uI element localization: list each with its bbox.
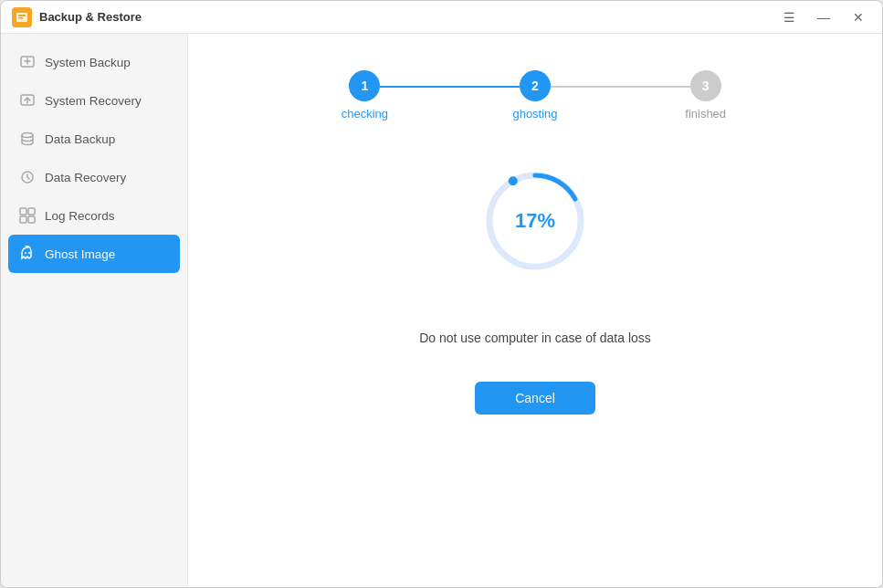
ghost-image-icon: [19, 246, 36, 262]
sidebar-item-system-backup[interactable]: System Backup: [1, 43, 187, 81]
log-records-icon: [19, 207, 36, 224]
sidebar-item-data-recovery[interactable]: Data Recovery: [1, 158, 187, 196]
svg-point-5: [22, 133, 33, 138]
svg-point-11: [25, 252, 26, 254]
sidebar-item-log-records[interactable]: Log Records: [1, 196, 187, 235]
step-label-ghosting: ghosting: [512, 107, 557, 121]
svg-rect-10: [28, 216, 35, 223]
app-title: Backup & Restore: [39, 10, 769, 24]
minimize-button[interactable]: —: [811, 5, 836, 30]
progress-ring: 17%: [480, 166, 590, 276]
progress-label: 17%: [515, 209, 555, 233]
data-recovery-icon: [19, 169, 36, 185]
close-button[interactable]: ✕: [846, 5, 871, 30]
app-icon: [12, 7, 32, 27]
step-ghosting: 2 ghosting: [450, 70, 621, 121]
step-label-finished: finished: [685, 107, 726, 121]
step-checking: 1 checking: [279, 70, 450, 121]
titlebar: Backup & Restore ☰ — ✕: [1, 1, 882, 34]
sidebar-item-ghost-image[interactable]: Ghost Image: [8, 235, 180, 273]
data-backup-icon: [19, 131, 36, 147]
app-window: Backup & Restore ☰ — ✕ System Backup: [0, 0, 883, 588]
line-1: [380, 86, 520, 88]
step-label-checking: checking: [342, 107, 388, 121]
svg-rect-7: [20, 208, 26, 215]
svg-rect-9: [20, 216, 26, 223]
content-area: 1 checking 2 ghosting: [188, 34, 882, 587]
progress-container: 17%: [480, 166, 590, 294]
sidebar: System Backup System Recovery Data Backu…: [1, 34, 188, 587]
svg-rect-2: [18, 17, 23, 19]
window-controls: ☰ — ✕: [776, 5, 871, 30]
step-circle-1: 1: [349, 70, 380, 101]
sidebar-item-system-recovery[interactable]: System Recovery: [1, 81, 187, 120]
progress-dot-svg: [509, 176, 518, 185]
stepper: 1 checking 2 ghosting: [279, 70, 791, 121]
system-backup-icon: [19, 54, 36, 70]
svg-rect-1: [18, 15, 26, 16]
line-2: [551, 86, 690, 88]
svg-point-12: [28, 252, 30, 254]
step-circle-2: 2: [520, 70, 551, 101]
main-content: System Backup System Recovery Data Backu…: [1, 34, 882, 587]
system-recovery-icon: [19, 92, 36, 109]
menu-button[interactable]: ☰: [776, 5, 802, 30]
sidebar-item-data-backup[interactable]: Data Backup: [1, 120, 187, 158]
svg-rect-8: [28, 208, 35, 215]
step-circle-3: 3: [690, 70, 721, 101]
warning-text: Do not use computer in case of data loss: [419, 331, 651, 345]
cancel-button[interactable]: Cancel: [475, 382, 595, 415]
step-finished: 3 finished: [620, 70, 791, 121]
